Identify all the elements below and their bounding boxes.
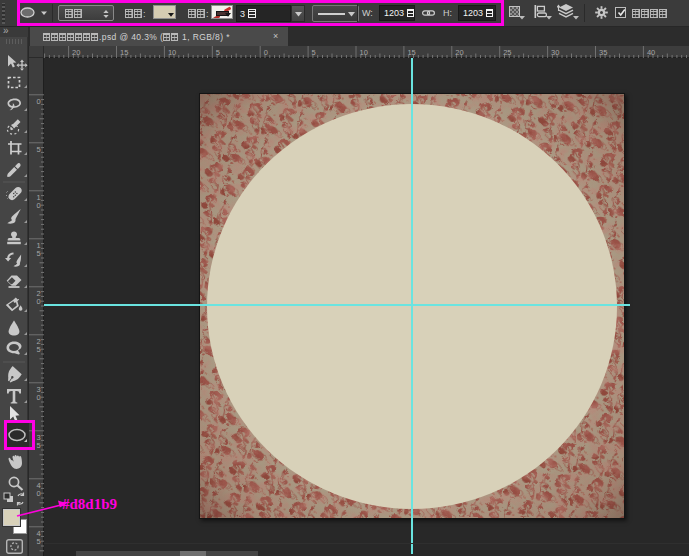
svg-text:0: 0 xyxy=(37,393,41,402)
svg-text:5: 5 xyxy=(37,249,41,258)
svg-text:0: 0 xyxy=(37,489,41,498)
svg-text:0: 0 xyxy=(37,201,41,210)
svg-text:0: 0 xyxy=(264,48,268,57)
svg-text:5: 5 xyxy=(216,48,220,57)
svg-text:0: 0 xyxy=(37,97,41,106)
svg-text:0: 0 xyxy=(37,297,41,306)
svg-text:5: 5 xyxy=(312,48,316,57)
svg-text:5: 5 xyxy=(37,537,41,546)
svg-text:5: 5 xyxy=(37,345,41,354)
svg-text:5: 5 xyxy=(37,145,41,154)
svg-text:5: 5 xyxy=(37,441,41,450)
